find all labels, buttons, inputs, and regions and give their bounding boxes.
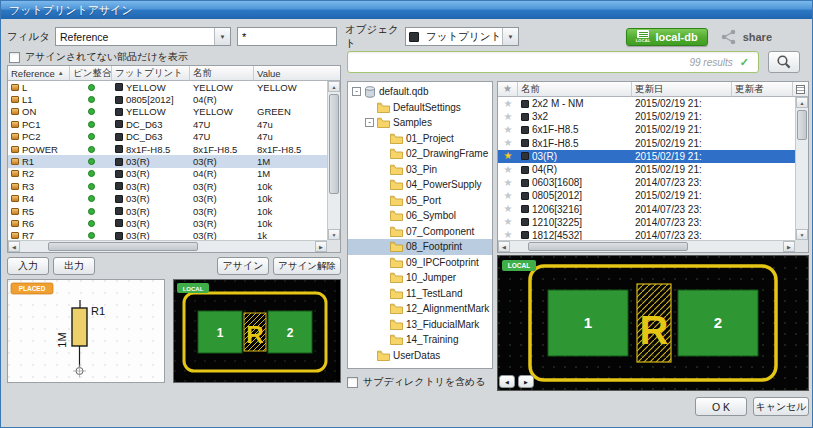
star-icon[interactable]: ★ <box>504 165 513 175</box>
parts-table-row[interactable]: R4 03(R) 03(R) 10k <box>8 193 327 205</box>
results-table-row[interactable]: ★ 1812[4532] 2014/07/23 23: <box>498 229 795 240</box>
parts-table-row[interactable]: PC2 DC_D63 47U 47u <box>8 131 327 143</box>
unassign-button[interactable]: アサイン解除 <box>273 257 341 275</box>
output-button[interactable]: 出力 <box>53 257 95 275</box>
parts-table-row[interactable]: R1 03(R) 03(R) 1M <box>8 155 327 167</box>
parts-table-row[interactable]: R3 03(R) 03(R) 10k <box>8 180 327 192</box>
scroll-down-icon[interactable]: ▼ <box>328 229 340 240</box>
results-table-row[interactable]: ★ 0603[1608] 2014/07/23 23: <box>498 176 795 189</box>
tree-item[interactable]: DefaultSettings <box>348 100 492 116</box>
tree-item[interactable]: 01_Project <box>348 131 492 147</box>
tree-item[interactable]: 04_PowerSupply <box>348 177 492 193</box>
parts-table-row[interactable]: R6 03(R) 03(R) 10k <box>8 217 327 229</box>
footprint-preview-small[interactable]: 1 2 R LOCAL <box>173 279 341 383</box>
tree-item[interactable]: 13_FiducialMark <box>348 317 492 333</box>
schematic-preview[interactable]: R1 1M PLACED <box>7 279 165 383</box>
column-header-modified[interactable]: 更新日 <box>632 82 732 97</box>
star-icon[interactable]: ★ <box>504 138 513 148</box>
scroll-right-icon[interactable]: ▶ <box>783 241 795 252</box>
parts-table-row[interactable]: R7 03(R) 03(R) 1k <box>8 230 327 240</box>
star-icon[interactable]: ★ <box>504 151 513 161</box>
collapse-icon[interactable]: - <box>365 118 374 127</box>
scrollbar-thumb[interactable] <box>528 242 688 251</box>
scrollbar-thumb[interactable] <box>48 242 198 251</box>
results-table-row[interactable]: ★ 04(R) 2015/02/19 21: <box>498 163 795 176</box>
tree-item[interactable]: - Samples <box>348 115 492 131</box>
chevron-down-icon[interactable]: ▼ <box>502 28 518 45</box>
show-unassigned-checkbox-row[interactable]: アサインされてない部品だけを表示 <box>9 50 188 64</box>
checkbox-icon[interactable] <box>347 377 358 388</box>
chevron-down-icon[interactable]: ▼ <box>214 28 230 45</box>
results-table-row[interactable]: ★ 1210[3225] 2014/07/23 23: <box>498 216 795 229</box>
input-button[interactable]: 入力 <box>7 257 49 275</box>
parts-table-row[interactable]: R5 03(R) 03(R) 10k <box>8 205 327 217</box>
results-table-row[interactable]: ★ 03(R) 2015/02/19 21: <box>498 150 795 163</box>
tree-item[interactable]: 10_Jumper <box>348 270 492 286</box>
filter-field-select[interactable]: Reference ▼ <box>55 27 231 46</box>
tree-item[interactable]: - default.qdb <box>348 84 492 100</box>
column-header-name[interactable]: 名前 <box>518 82 632 97</box>
star-icon[interactable]: ★ <box>504 112 513 122</box>
local-db-button[interactable]: LOCAL local-db <box>626 28 708 46</box>
assign-button[interactable]: アサイン <box>217 257 269 275</box>
parts-horizontal-scrollbar[interactable]: ◀ ▶ <box>8 240 327 252</box>
column-config-button[interactable] <box>793 82 808 97</box>
cancel-button[interactable]: キャンセル <box>753 397 809 416</box>
tree-item[interactable]: 09_IPCFootprint <box>348 255 492 271</box>
parts-table-row[interactable]: PC1 DC_D63 47U 47u <box>8 118 327 130</box>
column-header-favorite[interactable]: ★ <box>498 82 518 97</box>
results-table-row[interactable]: ★ 1206[3216] 2014/07/23 23: <box>498 203 795 216</box>
scroll-up-icon[interactable]: ▲ <box>328 81 340 92</box>
tree-item[interactable]: 07_Component <box>348 224 492 240</box>
results-table-row[interactable]: ★ 8x1F-H8.5 2015/02/19 21: <box>498 137 795 150</box>
next-page-button[interactable]: ▶ <box>518 375 534 388</box>
results-table-row[interactable]: ★ 3x2 2015/02/19 21: <box>498 110 795 123</box>
scroll-left-icon[interactable]: ◀ <box>8 241 20 252</box>
parts-vertical-scrollbar[interactable]: ▲ ▼ <box>327 81 340 240</box>
scroll-up-icon[interactable]: ▲ <box>796 97 808 108</box>
star-icon[interactable]: ★ <box>504 230 513 240</box>
ok-button[interactable]: O K <box>695 397 747 416</box>
results-table-row[interactable]: ★ 0805[2012] 2015/02/19 21: <box>498 189 795 202</box>
share-button[interactable]: share <box>720 29 772 45</box>
scroll-left-icon[interactable]: ◀ <box>498 241 510 252</box>
column-header-modifier[interactable]: 更新者 <box>732 82 793 97</box>
star-icon[interactable]: ★ <box>504 204 513 214</box>
filter-value-input[interactable] <box>237 27 337 46</box>
star-icon[interactable]: ★ <box>504 178 513 188</box>
results-table-row[interactable]: ★ 2x2 M - NM 2015/02/19 21: <box>498 97 795 110</box>
parts-table-row[interactable]: ON YELLOW YELLOW GREEN <box>8 106 327 118</box>
column-header-value[interactable]: Value <box>254 66 340 81</box>
scrollbar-thumb[interactable] <box>329 94 339 194</box>
checkbox-icon[interactable] <box>9 52 20 63</box>
tree-item[interactable]: 06_Symbol <box>348 208 492 224</box>
tree-item[interactable]: UserDatas <box>348 348 492 364</box>
star-icon[interactable]: ★ <box>504 99 513 109</box>
column-header-footprint[interactable]: フットプリント <box>112 66 190 81</box>
prev-page-button[interactable]: ◀ <box>499 375 515 388</box>
scroll-right-icon[interactable]: ▶ <box>315 241 327 252</box>
tree-item[interactable]: 14_Training <box>348 332 492 348</box>
column-header-pin-match[interactable]: ピン整合 <box>70 66 112 81</box>
column-header-reference[interactable]: Reference ▲ <box>8 66 70 81</box>
search-input[interactable]: 99 results ✓ <box>347 51 759 73</box>
star-icon[interactable]: ★ <box>504 217 513 227</box>
parts-table-row[interactable]: POWER 8x1F-H8.5 8x1F-H8.5 8x1F-H8.5 <box>8 143 327 155</box>
tree-item[interactable]: 12_AlignmentMark <box>348 301 492 317</box>
search-button[interactable] <box>768 51 800 73</box>
parts-table-row[interactable]: L YELLOW YELLOW YELLOW <box>8 81 327 93</box>
star-icon[interactable]: ★ <box>504 125 513 135</box>
scroll-down-icon[interactable]: ▼ <box>796 229 808 240</box>
results-vertical-scrollbar[interactable]: ▲ ▼ <box>795 97 808 240</box>
tree-item[interactable]: 05_Port <box>348 193 492 209</box>
tree-item[interactable]: 08_Footprint <box>348 239 492 255</box>
parts-table-row[interactable]: R2 03(R) 04(R) 1M <box>8 168 327 180</box>
tree-item[interactable]: 03_Pin <box>348 162 492 178</box>
titlebar[interactable]: フットプリントアサイン <box>1 1 812 19</box>
star-icon[interactable]: ★ <box>504 191 513 201</box>
column-header-name[interactable]: 名前 <box>190 66 254 81</box>
tree-item[interactable]: 11_TestLand <box>348 286 492 302</box>
results-table-row[interactable]: ★ 6x1F-H8.5 2015/02/19 21: <box>498 123 795 136</box>
scrollbar-thumb[interactable] <box>797 110 807 140</box>
results-horizontal-scrollbar[interactable]: ◀ ▶ <box>498 240 795 252</box>
